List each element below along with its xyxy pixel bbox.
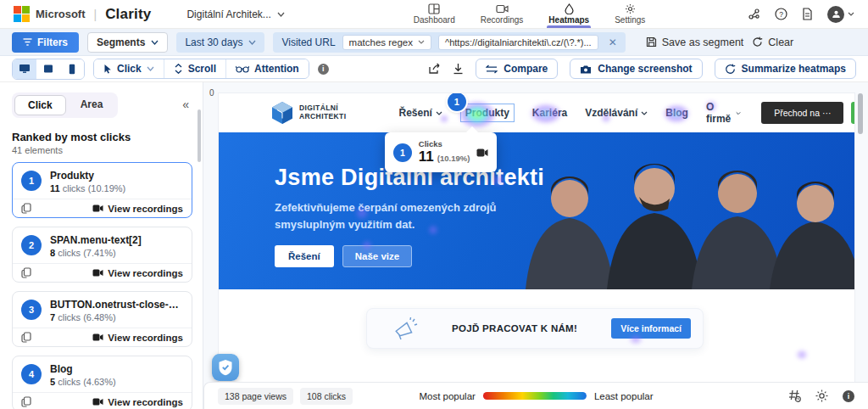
info-icon[interactable]: i: [318, 64, 329, 75]
clicks-chip: 108 clicks: [300, 388, 353, 405]
sparkle-refresh-icon: [725, 64, 736, 75]
site-nav-produkty[interactable]: 1 Produkty 1 Clicks 11 (10.19%): [460, 104, 515, 122]
remove-filter-icon[interactable]: ✕: [605, 36, 620, 48]
canvas-scrollbar[interactable]: [858, 93, 863, 382]
copy-icon[interactable]: [21, 396, 31, 407]
most-popular-label: Most popular: [419, 391, 475, 401]
copy-icon[interactable]: [21, 332, 31, 343]
avatar: [827, 6, 844, 23]
help-icon[interactable]: ?: [775, 8, 787, 20]
feedback-icon[interactable]: [802, 8, 813, 20]
clicks-tooltip: 1 Clicks 11 (10.19%): [385, 132, 497, 172]
svg-text:?: ?: [779, 10, 783, 19]
view-recordings-button[interactable]: View recordings: [92, 397, 183, 407]
glasses-icon: [236, 64, 249, 73]
date-range-dropdown[interactable]: Last 30 days: [176, 32, 264, 53]
view-recordings-button[interactable]: View recordings: [92, 333, 183, 343]
legend-info-icon[interactable]: i: [843, 390, 854, 402]
device-desktop-button[interactable]: [13, 59, 36, 79]
segments-dropdown[interactable]: Segments: [87, 32, 168, 53]
element-card-4[interactable]: 4 Blog 5 clicks (4.63%) View recordings: [12, 356, 192, 409]
site-nav-reseni[interactable]: Řešení: [398, 107, 442, 119]
microsoft-logo-icon: [14, 6, 30, 22]
privacy-shield-badge[interactable]: [212, 354, 239, 381]
copy-icon[interactable]: [21, 267, 31, 278]
reset-icon: [752, 36, 763, 48]
visited-url-label: Visited URL: [281, 36, 335, 48]
tooltip-rank-badge: 1: [393, 143, 412, 162]
mode-click-dropdown[interactable]: Click: [94, 59, 164, 78]
tab-heatmaps[interactable]: Heatmaps: [547, 0, 591, 28]
heatmap-bottom-bar: 138 page views 108 clicks Most popular L…: [203, 382, 868, 409]
cursor-icon: [103, 64, 112, 74]
team-photo: [515, 132, 854, 289]
camera-icon: [580, 64, 592, 74]
account-menu[interactable]: [827, 6, 854, 23]
element-card-1[interactable]: 1 Produkty 11 clicks (10.19%) View recor…: [12, 162, 192, 218]
hero-reseni-button[interactable]: Řešení: [275, 245, 334, 267]
device-tablet-button[interactable]: [36, 59, 60, 79]
tab-settings[interactable]: Settings: [613, 0, 647, 28]
summarize-heatmaps-button[interactable]: Summarize heatmaps: [715, 59, 856, 79]
element-clicks: 8 clicks (7.41%): [50, 248, 142, 258]
scroll-icon: [174, 64, 183, 74]
tooltip-video-icon[interactable]: [476, 148, 488, 157]
element-card-2[interactable]: 2 SPAN.menu-text[2] 8 clicks (7.41%) Vie…: [12, 227, 192, 283]
sidebar-scrollbar[interactable]: [198, 109, 201, 162]
compare-button[interactable]: Compare: [476, 59, 558, 79]
element-clicks: 11 clicks (10.19%): [50, 183, 125, 193]
view-recordings-button[interactable]: View recordings: [92, 268, 183, 278]
share-icon[interactable]: [428, 63, 441, 75]
site-nav-blog[interactable]: Blog: [665, 107, 688, 119]
site-logo-text: DIGITÁLNÍ ARCHITEKTI: [299, 104, 346, 121]
save-as-segment-button[interactable]: Save as segment: [646, 36, 744, 48]
site-hero: Jsme Digitální architekti Zefektivňujeme…: [219, 132, 854, 289]
site-cta-kontakt[interactable]: Kontakt: [851, 102, 854, 124]
url-value-input[interactable]: ^https://digitalniarchitekti\.cz/(\?.*).…: [438, 35, 598, 50]
chevron-down-icon: [641, 111, 648, 115]
site-cta-prechod[interactable]: Přechod na ···: [761, 102, 843, 124]
save-icon: [646, 36, 657, 48]
video-icon: [92, 204, 103, 212]
url-operator-dropdown[interactable]: matches regex: [342, 35, 431, 50]
view-recordings-button[interactable]: View recordings: [92, 204, 183, 214]
gear-icon: [625, 3, 636, 14]
clear-filters-button[interactable]: Clear: [752, 36, 793, 48]
dashboard-icon: [428, 3, 440, 14]
site-logo[interactable]: DIGITÁLNÍ ARCHITEKTI: [271, 101, 346, 125]
element-name: Produkty: [50, 170, 125, 182]
clarity-app: Microsoft | Clarity Digitální Architek..…: [0, 0, 868, 409]
copy-icon[interactable]: [21, 203, 31, 214]
sidebar-tab-area[interactable]: Area: [68, 95, 116, 115]
tooltip-label: Clicks: [419, 139, 470, 148]
device-mobile-button[interactable]: [60, 59, 84, 79]
tab-dashboard[interactable]: Dashboard: [412, 0, 457, 28]
element-name: Blog: [50, 363, 116, 375]
chevron-down-icon: [418, 40, 425, 44]
tab-recordings[interactable]: Recordings: [479, 0, 526, 28]
mode-attention-button[interactable]: Attention: [226, 59, 309, 78]
filter-icon: [23, 38, 32, 46]
mode-scroll-button[interactable]: Scroll: [164, 59, 226, 78]
site-nav: Řešení 1 Produkty 1: [398, 101, 741, 125]
video-icon: [92, 269, 103, 277]
integrations-icon[interactable]: [748, 8, 760, 20]
chevron-down-icon: [848, 12, 854, 16]
site-nav-vzdelavani[interactable]: Vzdělávání: [585, 107, 648, 119]
site-nav-o-firme[interactable]: O firmě: [706, 101, 741, 125]
banner-more-info-button[interactable]: Více informací: [611, 318, 691, 339]
grid-overlay-icon[interactable]: [788, 389, 801, 402]
project-selector[interactable]: Digitální Architek...: [186, 8, 284, 20]
device-toggle-group: [12, 59, 85, 80]
sidebar-tab-click[interactable]: Click: [14, 95, 66, 115]
brightness-icon[interactable]: [815, 389, 828, 402]
element-card-3[interactable]: 3 BUTTON.onetrust-close-btn-handler.bann…: [12, 291, 192, 347]
collapse-sidebar-icon[interactable]: «: [182, 98, 189, 111]
change-screenshot-button[interactable]: Change screenshot: [570, 59, 702, 79]
download-icon[interactable]: [453, 63, 464, 75]
site-nav-kariera[interactable]: Kariéra: [532, 107, 567, 119]
scroll-ruler-zero: 0: [209, 88, 214, 98]
filters-button[interactable]: Filters: [12, 32, 79, 53]
hero-nase-vize-button[interactable]: Naše vize: [342, 245, 412, 267]
element-name: BUTTON.onetrust-close-btn-handler.bann..…: [50, 299, 183, 311]
